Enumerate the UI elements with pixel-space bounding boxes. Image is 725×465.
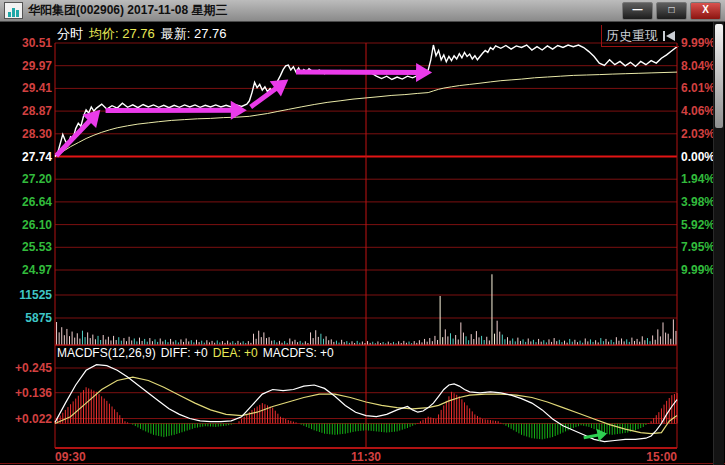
price-axis-label: 25.53 bbox=[22, 240, 52, 254]
macd-axis-label: +0.022 bbox=[15, 412, 52, 426]
price-axis-label: 26.64 bbox=[22, 195, 52, 209]
vertical-scrollbar[interactable] bbox=[713, 22, 724, 465]
percent-axis-label: 7.95% bbox=[681, 240, 715, 254]
quote-info-row: 分时均价: 27.76最新: 27.76 bbox=[57, 25, 233, 43]
app-window: 华阳集团(002906) 2017-11-08 星期三 — □ X 分时均价: … bbox=[0, 0, 725, 465]
price-axis-label: 28.30 bbox=[22, 127, 52, 141]
window-controls: — □ X bbox=[622, 2, 721, 20]
price-axis-label: 27.74 bbox=[22, 150, 52, 164]
intraday-chart[interactable] bbox=[0, 0, 725, 465]
price-axis-label: 29.97 bbox=[22, 59, 52, 73]
history-replay-button[interactable]: 历史重现 bbox=[601, 25, 679, 47]
time-axis-label: 09:30 bbox=[55, 450, 86, 464]
macd-dea-value: DEA: +0 bbox=[213, 346, 258, 360]
percent-axis-label: 8.04% bbox=[681, 59, 715, 73]
percent-axis-label: 9.99% bbox=[681, 263, 715, 277]
percent-axis-label: 4.06% bbox=[681, 104, 715, 118]
percent-axis-label: 6.01% bbox=[681, 81, 715, 95]
scrollbar-thumb[interactable] bbox=[715, 24, 723, 128]
price-axis-label: 27.20 bbox=[22, 172, 52, 186]
price-axis-label: 29.41 bbox=[22, 81, 52, 95]
macd-axis-label: +0.136 bbox=[15, 386, 52, 400]
volume-axis-label: 11525 bbox=[19, 288, 52, 302]
price-axis-label: 30.51 bbox=[22, 36, 52, 50]
percent-axis-label: 0.00% bbox=[681, 150, 715, 164]
window-title: 华阳集团(002906) 2017-11-08 星期三 bbox=[28, 2, 227, 19]
history-replay-label: 历史重现 bbox=[606, 27, 658, 45]
percent-axis-label: 9.99% bbox=[681, 36, 715, 50]
percent-axis-label: 5.92% bbox=[681, 218, 715, 232]
average-price-label: 均价: 27.76 bbox=[89, 26, 155, 41]
price-axis-label: 26.10 bbox=[22, 218, 52, 232]
volume-axis-label: 5875 bbox=[25, 311, 52, 325]
time-axis-label: 15:00 bbox=[646, 450, 677, 464]
percent-axis-label: 1.94% bbox=[681, 172, 715, 186]
skip-to-start-icon bbox=[662, 30, 677, 42]
macd-header-row: MACDFS(12,26,9)DIFF: +0DEA: +0MACDFS: +0 bbox=[57, 346, 339, 360]
price-axis-label: 28.87 bbox=[22, 104, 52, 118]
macd-axis-label: +0.245 bbox=[15, 361, 52, 375]
close-button[interactable]: X bbox=[690, 2, 721, 20]
percent-axis-label: 3.98% bbox=[681, 195, 715, 209]
macd-diff-value: DIFF: +0 bbox=[161, 346, 208, 360]
maximize-button[interactable]: □ bbox=[656, 2, 687, 20]
mode-label: 分时 bbox=[57, 26, 83, 41]
price-axis-label: 24.97 bbox=[22, 263, 52, 277]
percent-axis-label: 2.03% bbox=[681, 127, 715, 141]
title-bar: 华阳集团(002906) 2017-11-08 星期三 — □ X bbox=[0, 0, 725, 22]
macd-formula-label: MACDFS(12,26,9) bbox=[57, 346, 156, 360]
app-icon bbox=[4, 2, 23, 19]
last-price-label: 最新: 27.76 bbox=[161, 26, 227, 41]
time-axis-label: 11:30 bbox=[351, 450, 381, 464]
macd-macdfs-value: MACDFS: +0 bbox=[263, 346, 334, 360]
minimize-button[interactable]: — bbox=[622, 2, 653, 20]
